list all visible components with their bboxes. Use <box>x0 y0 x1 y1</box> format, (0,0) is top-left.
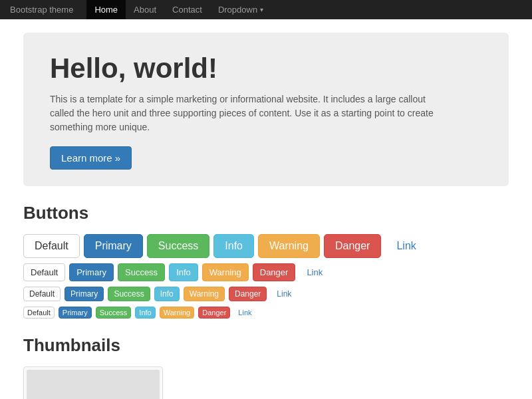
jumbotron-description: This is a template for a simple marketin… <box>50 92 449 134</box>
dropdown-arrow-icon: ▾ <box>260 6 263 13</box>
btn-row-xs: Default Primary Success Info Warning Dan… <box>23 307 509 319</box>
btn-xs-warning[interactable]: Warning <box>160 307 195 319</box>
btn-xs-danger[interactable]: Danger <box>198 307 230 319</box>
buttons-section-title: Buttons <box>23 203 509 223</box>
btn-row-md: Default Primary Success Info Warning Dan… <box>23 263 509 281</box>
btn-sm-success[interactable]: Success <box>108 287 150 301</box>
btn-lg-success[interactable]: Success <box>147 234 209 258</box>
btn-sm-primary[interactable]: Primary <box>65 287 104 301</box>
btn-md-danger[interactable]: Danger <box>253 263 296 281</box>
btn-md-primary[interactable]: Primary <box>69 263 114 281</box>
btn-lg-link[interactable]: Link <box>385 234 427 258</box>
btn-md-default[interactable]: Default <box>23 263 65 281</box>
buttons-section: Buttons Default Primary Success Info War… <box>23 203 509 319</box>
btn-row-lg: Default Primary Success Info Warning Dan… <box>23 234 509 258</box>
thumbnails-section-title: Thumbnails <box>23 335 509 356</box>
nav-item-contact[interactable]: Contact <box>164 0 210 19</box>
btn-lg-warning[interactable]: Warning <box>258 234 320 258</box>
jumbotron: Hello, world! This is a template for a s… <box>23 33 509 186</box>
nav-items: Home About Contact Dropdown ▾ <box>86 0 271 19</box>
btn-xs-link[interactable]: Link <box>234 307 255 319</box>
nav-item-about[interactable]: About <box>126 0 164 19</box>
btn-sm-link[interactable]: Link <box>271 287 297 301</box>
btn-md-link[interactable]: Link <box>299 263 330 281</box>
navbar-brand[interactable]: Bootstrap theme <box>10 5 73 15</box>
btn-sm-info[interactable]: Info <box>154 287 180 301</box>
nav-item-dropdown[interactable]: Dropdown ▾ <box>210 0 271 19</box>
btn-sm-danger[interactable]: Danger <box>229 287 267 301</box>
btn-lg-default[interactable]: Default <box>23 234 80 258</box>
btn-xs-info[interactable]: Info <box>135 307 155 319</box>
btn-lg-info[interactable]: Info <box>213 234 254 258</box>
btn-sm-default[interactable]: Default <box>23 287 61 301</box>
thumbnail[interactable]: 200x200 <box>23 366 163 399</box>
btn-xs-primary[interactable]: Primary <box>59 307 92 319</box>
navbar: Bootstrap theme Home About Contact Dropd… <box>0 0 532 19</box>
btn-md-success[interactable]: Success <box>118 263 165 281</box>
btn-lg-danger[interactable]: Danger <box>324 234 381 258</box>
jumbotron-heading: Hello, world! <box>50 53 482 84</box>
btn-md-info[interactable]: Info <box>169 263 198 281</box>
btn-lg-primary[interactable]: Primary <box>84 234 143 258</box>
btn-sm-warning[interactable]: Warning <box>184 287 225 301</box>
btn-row-sm: Default Primary Success Info Warning Dan… <box>23 287 509 301</box>
learn-more-button[interactable]: Learn more » <box>50 146 132 170</box>
thumbnails-section: Thumbnails 200x200 <box>23 335 509 399</box>
btn-md-warning[interactable]: Warning <box>202 263 249 281</box>
main-container: Hello, world! This is a template for a s… <box>13 19 519 399</box>
thumbnail-placeholder: 200x200 <box>27 370 160 399</box>
btn-xs-success[interactable]: Success <box>96 307 132 319</box>
btn-xs-default[interactable]: Default <box>23 307 55 319</box>
nav-item-home[interactable]: Home <box>86 0 126 19</box>
